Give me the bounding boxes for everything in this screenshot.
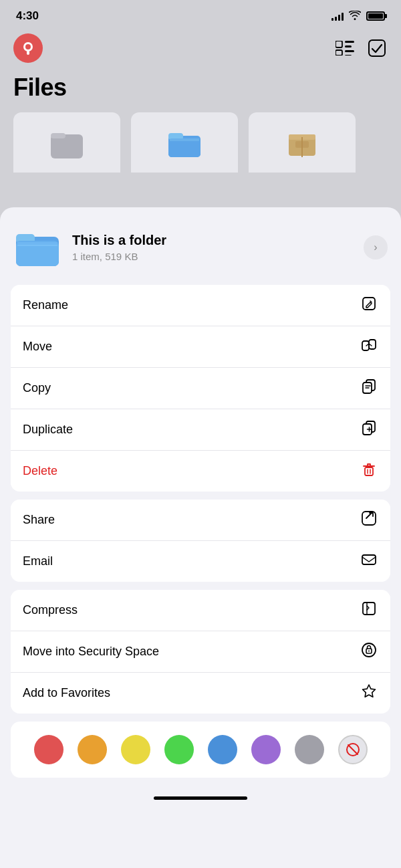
trash-folder-thumb: 🗑 <box>13 112 120 173</box>
svg-rect-40 <box>362 512 376 525</box>
page-title: Files <box>13 74 388 102</box>
green-dot[interactable] <box>164 735 194 764</box>
home-bar <box>154 796 247 800</box>
svg-rect-25 <box>16 241 59 245</box>
status-time: 4:30 <box>16 9 39 23</box>
red-dot[interactable] <box>34 735 63 764</box>
svg-rect-42 <box>363 603 375 615</box>
svg-rect-8 <box>345 55 352 56</box>
copy-menu-item[interactable]: Copy <box>11 368 390 409</box>
rename-label: Rename <box>23 298 68 312</box>
compress-label: Compress <box>23 603 78 617</box>
security-space-menu-item[interactable]: Move into Security Space <box>11 631 390 673</box>
svg-rect-41 <box>362 555 376 564</box>
delete-label: Delete <box>23 464 57 478</box>
security-space-icon <box>360 642 378 661</box>
status-icons <box>331 11 385 22</box>
duplicate-icon <box>360 420 378 439</box>
svg-rect-11 <box>51 133 65 138</box>
svg-rect-5 <box>345 45 352 47</box>
email-icon <box>360 552 378 571</box>
compress-menu-item[interactable]: Compress <box>11 590 390 631</box>
duplicate-menu-item[interactable]: Duplicate <box>11 409 390 451</box>
gray-dot[interactable] <box>295 735 324 764</box>
favorites-menu-item[interactable]: Add to Favorites <box>11 673 390 714</box>
archive-thumb <box>249 112 356 173</box>
svg-rect-7 <box>345 50 354 52</box>
email-menu-item[interactable]: Email <box>11 541 390 582</box>
yellow-dot[interactable] <box>121 735 150 764</box>
purple-dot[interactable] <box>251 735 281 764</box>
folder-icon <box>13 223 61 272</box>
svg-point-1 <box>25 44 31 49</box>
svg-rect-20 <box>295 141 309 148</box>
blue-dot[interactable] <box>208 735 237 764</box>
duplicate-label: Duplicate <box>23 423 73 437</box>
svg-rect-37 <box>365 467 373 475</box>
move-menu-item[interactable]: Move <box>11 326 390 368</box>
wifi-icon <box>349 11 361 22</box>
share-menu-item[interactable]: Share <box>11 500 390 541</box>
top-bar-actions <box>334 37 388 59</box>
share-label: Share <box>23 513 55 527</box>
svg-rect-27 <box>362 341 369 350</box>
folder-detail-button[interactable]: › <box>364 235 388 259</box>
rename-icon <box>360 296 378 315</box>
compress-icon <box>360 601 378 620</box>
folder-thumbnails-bg: 🗑 <box>0 112 401 173</box>
copy-label: Copy <box>23 381 51 395</box>
move-icon <box>360 337 378 356</box>
color-label-picker <box>11 722 390 778</box>
menu-group-share: Share Email <box>11 500 390 582</box>
delete-icon <box>360 461 378 481</box>
share-icon <box>360 510 378 530</box>
page-title-section: Files <box>0 71 401 112</box>
security-space-label: Move into Security Space <box>23 645 159 659</box>
email-label: Email <box>23 554 53 568</box>
bottom-sheet: This is a folder 1 item, 519 KB › Rename… <box>0 207 401 868</box>
folder-info: This is a folder 1 item, 519 KB <box>72 233 353 262</box>
favorites-label: Add to Favorites <box>23 686 110 700</box>
copy-icon <box>360 378 378 398</box>
svg-rect-4 <box>345 41 354 43</box>
checkbox-button[interactable] <box>366 37 388 59</box>
svg-rect-15 <box>168 138 200 157</box>
orange-dot[interactable] <box>78 735 107 764</box>
svg-rect-9 <box>369 40 385 56</box>
svg-rect-16 <box>170 138 199 141</box>
svg-rect-6 <box>336 50 342 56</box>
svg-point-46 <box>368 651 370 652</box>
menu-group-tools: Compress Move into Security Space <box>11 590 390 714</box>
no-color-dot[interactable] <box>338 735 368 764</box>
menu-group-file-actions: Rename Move Copy <box>11 285 390 492</box>
list-view-button[interactable] <box>334 37 356 59</box>
svg-line-48 <box>348 745 358 754</box>
svg-rect-2 <box>27 51 29 55</box>
delete-menu-item[interactable]: Delete <box>11 451 390 492</box>
move-label: Move <box>23 340 52 354</box>
folder-name: This is a folder <box>72 233 353 248</box>
folder-header: This is a folder 1 item, 519 KB › <box>0 207 401 285</box>
home-indicator <box>0 788 401 805</box>
blue-folder-thumb <box>131 112 238 173</box>
signal-icon <box>331 11 344 21</box>
battery-icon <box>366 11 385 21</box>
app-logo <box>13 33 43 63</box>
svg-rect-3 <box>336 41 342 47</box>
status-bar: 4:30 <box>0 0 401 28</box>
favorites-icon <box>360 683 378 703</box>
folder-meta: 1 item, 519 KB <box>72 251 353 262</box>
rename-menu-item[interactable]: Rename <box>11 285 390 326</box>
top-bar <box>0 28 401 71</box>
